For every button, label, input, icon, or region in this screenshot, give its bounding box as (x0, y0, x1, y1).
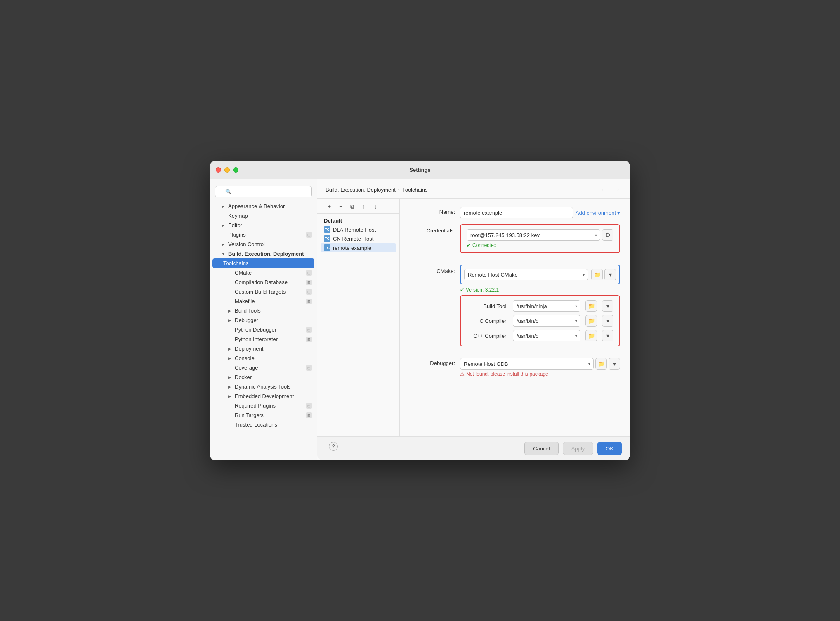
sidebar-item-label: Trusted Locations (235, 422, 312, 428)
chevron-right-icon: ▶ (222, 204, 227, 209)
maximize-button[interactable] (233, 167, 238, 173)
cancel-button[interactable]: Cancel (524, 442, 558, 455)
credentials-dropdown[interactable]: root@157.245.193.58:22 key (467, 229, 600, 241)
sidebar-item-coverage[interactable]: Coverage ⊞ (210, 363, 317, 372)
sidebar-item-compilation-db[interactable]: Compilation Database ⊞ (210, 277, 317, 287)
toolchain-icon: TC (324, 235, 330, 242)
compilers-spacer (410, 295, 455, 352)
toolchain-item-cn[interactable]: TC CN Remote Host (321, 234, 396, 243)
badge: ⊞ (306, 270, 312, 276)
minimize-button[interactable] (224, 167, 230, 173)
sidebar-item-label: Debugger (235, 317, 312, 323)
sidebar-item-keymap[interactable]: Keymap (210, 211, 317, 220)
sidebar-item-label: Docker (235, 374, 312, 380)
toolchain-item-default[interactable]: Default (321, 216, 396, 225)
debugger-dropdown-button[interactable]: ▾ (609, 358, 620, 370)
cmake-dropdown-button[interactable]: ▾ (604, 269, 616, 280)
nav-forward-button[interactable]: → (612, 185, 622, 194)
cmake-dropdown[interactable]: Remote Host CMake (464, 269, 588, 280)
footer: ? Cancel Apply OK (317, 436, 630, 460)
sidebar-item-embedded-development[interactable]: ▶ Embedded Development (210, 391, 317, 401)
sidebar-item-python-interpreter[interactable]: Python Interpreter ⊞ (210, 334, 317, 344)
sidebar-item-label: Build Tools (235, 308, 312, 314)
compilers-border-section: Build Tool: /usr/bin/ninja ▾ 📁 ▾ (460, 295, 620, 352)
remove-toolchain-button[interactable]: − (335, 202, 346, 211)
sidebar-item-build-tools[interactable]: ▶ Build Tools (210, 306, 317, 315)
sidebar-item-cmake[interactable]: CMake ⊞ (210, 268, 317, 277)
toolchain-label: remote example (333, 245, 371, 251)
build-tool-folder-button[interactable]: 📁 (585, 300, 597, 312)
search-input[interactable] (215, 186, 312, 197)
build-tool-dropdown-button[interactable]: ▾ (602, 300, 613, 312)
toolchain-item-dla[interactable]: TC DLA Remote Host (321, 225, 396, 234)
credentials-border: root@157.245.193.58:22 key ▾ ⚙ ✔ Connect… (460, 224, 620, 253)
build-tool-dropdown[interactable]: /usr/bin/ninja (513, 300, 580, 312)
add-environment-button[interactable]: Add environment ▾ (576, 210, 620, 216)
toolchains-panel: + − ⧉ ↑ ↓ Default TC DLA Remote Host (317, 199, 400, 436)
nav-back-button[interactable]: ← (599, 185, 609, 194)
sidebar-item-editor[interactable]: ▶ Editor (210, 220, 317, 230)
ok-button[interactable]: OK (597, 442, 622, 455)
sidebar-item-plugins[interactable]: Plugins ⊞ (210, 230, 317, 239)
cpp-compiler-dropdown[interactable]: /usr/bin/c++ (513, 330, 580, 341)
move-down-button[interactable]: ↓ (370, 202, 381, 211)
sidebar-item-appearance[interactable]: ▶ Appearance & Behavior (210, 201, 317, 211)
sidebar-item-python-debugger[interactable]: Python Debugger ⊞ (210, 325, 317, 334)
sidebar-item-toolchains[interactable]: Toolchains (212, 258, 314, 268)
close-button[interactable] (216, 167, 221, 173)
debugger-folder-button[interactable]: 📁 (595, 358, 607, 370)
sidebar-item-run-targets[interactable]: Run Targets ⊞ (210, 410, 317, 420)
sidebar-item-makefile[interactable]: Makefile ⊞ (210, 296, 317, 306)
badge: ⊞ (306, 412, 312, 418)
name-input-row: Add environment ▾ (460, 207, 620, 218)
c-compiler-dropdown-button[interactable]: ▾ (602, 315, 613, 327)
badge: ⊞ (306, 337, 312, 342)
apply-button[interactable]: Apply (563, 442, 594, 455)
cpp-compiler-folder-button[interactable]: 📁 (585, 330, 597, 341)
debugger-dropdown[interactable]: Remote Host GDB (460, 358, 594, 370)
credentials-settings-button[interactable]: ⚙ (602, 229, 613, 241)
sidebar-item-label: Toolchains (223, 260, 312, 266)
credentials-dropdown-row: root@157.245.193.58:22 key ▾ ⚙ (467, 229, 613, 241)
cpp-compiler-row: C++ Compiler: /usr/bin/c++ ▾ 📁 ▾ (467, 330, 613, 341)
sidebar-item-build-execution[interactable]: ▼ Build, Execution, Deployment (210, 249, 317, 258)
sidebar-item-label: Build, Execution, Deployment (228, 251, 312, 257)
sidebar-item-trusted-locations[interactable]: Trusted Locations (210, 420, 317, 429)
help-button[interactable]: ? (329, 442, 338, 451)
sidebar-item-custom-build-targets[interactable]: Custom Build Targets ⊞ (210, 287, 317, 296)
sidebar-item-label: Python Interpreter (235, 336, 306, 342)
debugger-error-status: ⚠ Not found, please install this package (460, 371, 620, 377)
chevron-right-icon: ▶ (222, 223, 227, 228)
sidebar-item-deployment[interactable]: ▶ Deployment (210, 344, 317, 353)
sidebar-item-label: Dynamic Analysis Tools (235, 384, 312, 390)
cpp-compiler-dropdown-button[interactable]: ▾ (602, 330, 613, 341)
sidebar-item-dynamic-analysis-tools[interactable]: ▶ Dynamic Analysis Tools (210, 382, 317, 391)
sidebar-item-debugger[interactable]: ▶ Debugger (210, 315, 317, 325)
toolchain-item-remote-example[interactable]: TC remote example (321, 243, 396, 252)
right-panel: Build, Execution, Deployment › Toolchain… (317, 179, 630, 460)
add-toolchain-button[interactable]: + (324, 202, 335, 211)
name-value: Add environment ▾ (460, 207, 620, 218)
cmake-folder-button[interactable]: 📁 (591, 269, 603, 280)
move-up-button[interactable]: ↑ (359, 202, 369, 211)
badge: ⊞ (306, 232, 312, 238)
badge: ⊞ (306, 365, 312, 371)
badge: ⊞ (306, 289, 312, 295)
sidebar-item-docker[interactable]: ▶ Docker (210, 372, 317, 382)
sidebar-item-version-control[interactable]: ▶ Version Control (210, 239, 317, 249)
credentials-row: Credentials: root@157.245.193.58:22 key … (410, 224, 620, 259)
c-compiler-dropdown[interactable]: /usr/bin/c (513, 315, 580, 327)
cmake-dropdown-wrapper: Remote Host CMake ▾ (464, 269, 588, 280)
copy-toolchain-button[interactable]: ⧉ (347, 202, 358, 211)
badge: ⊞ (306, 280, 312, 285)
build-tool-dropdown-wrapper: /usr/bin/ninja ▾ (513, 300, 580, 312)
breadcrumb-parent: Build, Execution, Deployment (326, 187, 396, 193)
toolchain-label: CN Remote Host (333, 236, 373, 242)
sidebar-item-required-plugins[interactable]: Required Plugins ⊞ (210, 401, 317, 410)
cmake-label: CMake: (410, 265, 455, 293)
name-input[interactable] (460, 207, 573, 218)
checkmark-icon: ✔ (460, 287, 464, 293)
sidebar-item-console[interactable]: ▶ Console (210, 353, 317, 363)
build-tool-row: Build Tool: /usr/bin/ninja ▾ 📁 ▾ (467, 300, 613, 312)
c-compiler-folder-button[interactable]: 📁 (585, 315, 597, 327)
